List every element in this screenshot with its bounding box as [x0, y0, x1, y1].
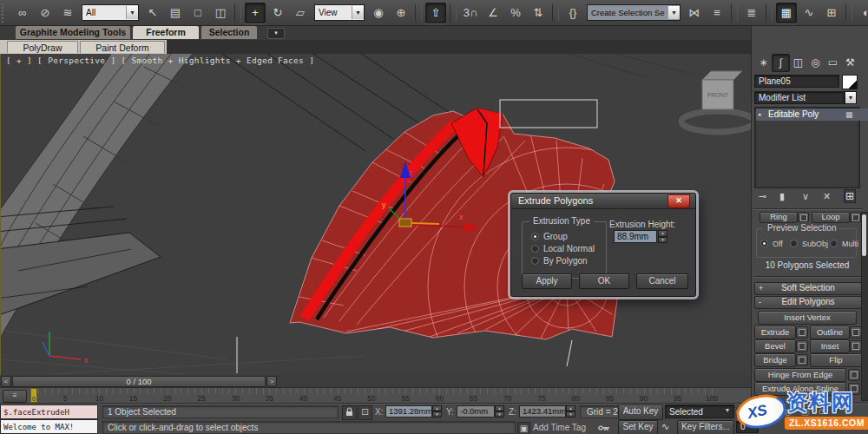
ref-coord-dropdown[interactable]: View▾ — [314, 4, 365, 21]
radio-preview-multi[interactable]: Multi — [830, 240, 858, 248]
track-bar-ruler[interactable]: ≡ 51015202530354045505560657075808590951… — [0, 388, 751, 404]
time-slider-handle[interactable]: 0 / 100 — [12, 376, 266, 387]
spinner-snap-icon[interactable]: ⇅ — [528, 3, 549, 23]
bevel-button[interactable]: Bevel — [754, 339, 796, 353]
configure-modifier-sets-icon[interactable]: ⊞ — [844, 189, 856, 203]
tab-freeform[interactable]: Freeform — [133, 26, 199, 39]
z-spinner[interactable]: ▴▾ — [566, 405, 575, 418]
display-tab-icon[interactable]: ▭ — [824, 54, 842, 72]
maxscript-input-cell[interactable]: Welcome to MAX! — [0, 419, 98, 434]
bulb-icon[interactable]: ● — [758, 108, 761, 121]
modifier-list-arrow-icon[interactable]: ▾ — [845, 91, 857, 104]
prev-frame-button[interactable]: < — [1, 376, 11, 387]
key-filter-curve-icon[interactable]: ∿ — [661, 421, 669, 432]
inset-settings-box[interactable] — [850, 340, 862, 352]
align-icon[interactable]: ≡ — [707, 3, 727, 23]
modify-tab-icon[interactable]: ∫ — [772, 54, 790, 72]
make-unique-icon[interactable]: ∨ — [802, 191, 809, 202]
tab-graphite-modeling-tools[interactable]: Graphite Modeling Tools — [16, 26, 130, 39]
hierarchy-tab-icon[interactable]: ◫ — [789, 54, 807, 72]
extrude-settings-box[interactable] — [796, 326, 808, 339]
snap-toggle-icon[interactable]: 3∩ — [460, 3, 481, 23]
hinge-from-edge-button[interactable]: Hinge From Edge — [754, 368, 846, 382]
loop-spinner-box[interactable] — [850, 212, 861, 222]
graphite-toggle-icon[interactable]: ▦ — [776, 3, 797, 23]
radio-preview-off[interactable]: Off — [760, 240, 783, 248]
outline-settings-box[interactable] — [850, 326, 862, 339]
window-crossing-icon[interactable]: ◫ — [210, 3, 231, 23]
tab-selection[interactable]: Selection — [201, 26, 257, 39]
bind-to-spacewarp-icon[interactable]: ≋ — [57, 3, 78, 23]
auto-key-button[interactable]: Auto Key — [618, 404, 663, 420]
remove-modifier-icon[interactable]: ✕ — [823, 191, 831, 202]
select-by-name-icon[interactable]: ▤ — [165, 3, 186, 23]
ok-button[interactable]: OK — [579, 273, 629, 289]
panel-scrollbar[interactable] — [861, 212, 868, 401]
radio-preview-subobj[interactable]: SubObj — [790, 240, 828, 248]
x-spinner[interactable]: ▴▾ — [432, 405, 442, 418]
toolbar-drag-handle[interactable] — [2, 3, 8, 23]
ribbon-minimize-icon[interactable]: ▾ — [267, 28, 285, 39]
radio-local-normal[interactable]: Local Normal — [531, 244, 595, 253]
rollout-soft-selection[interactable]: +Soft Selection — [754, 282, 862, 295]
panel-polydraw[interactable]: PolyDraw — [7, 41, 78, 53]
layer-manager-icon[interactable]: ≣ — [741, 3, 762, 23]
curve-editor-icon[interactable]: ∿ — [799, 3, 819, 23]
show-end-result-icon[interactable]: ▮ — [779, 191, 785, 202]
bridge-button[interactable]: Bridge — [754, 353, 796, 367]
create-tab-icon[interactable]: ∗ — [754, 54, 773, 72]
unlink-selection-icon[interactable]: ⊘ — [35, 3, 56, 23]
select-move-icon[interactable]: + — [245, 3, 266, 23]
panel-scrollbar-thumb[interactable] — [862, 214, 866, 256]
current-frame-marker[interactable]: 0 — [30, 388, 37, 403]
modifier-stack[interactable]: Editable Poly ● ▦ — [754, 107, 860, 188]
absolute-mode-icon[interactable]: ⊡ — [358, 405, 372, 420]
radio-by-polygon[interactable]: By Polygon — [531, 256, 588, 266]
inset-button[interactable]: Inset — [810, 339, 850, 353]
flip-button[interactable]: Flip — [810, 353, 862, 367]
loop-button[interactable]: Loop — [812, 212, 850, 223]
extrude-button[interactable]: Extrude — [754, 326, 796, 339]
ring-button[interactable]: Ring — [760, 212, 798, 223]
modifier-list-dropdown[interactable]: Modifier List — [754, 91, 845, 104]
close-icon[interactable]: ✕ — [667, 194, 690, 208]
add-time-tag[interactable]: Add Time Tag — [533, 423, 586, 432]
edit-named-sets-icon[interactable]: {} — [562, 3, 583, 23]
selection-set-dropdown[interactable]: Selected — [665, 404, 734, 418]
dropdown-arrow-icon[interactable]: ▾ — [726, 406, 729, 414]
mirror-icon[interactable]: ⋈ — [684, 3, 705, 23]
set-key-button[interactable]: Set Key — [618, 420, 658, 434]
radio-group[interactable]: Group — [531, 232, 568, 241]
panel-paint-deform[interactable]: Paint Deform — [80, 41, 165, 53]
selection-filter-dropdown[interactable]: All▾ — [82, 4, 139, 21]
cancel-button[interactable]: Cancel — [636, 273, 688, 289]
bevel-settings-box[interactable] — [796, 340, 808, 352]
ring-spinner-box[interactable] — [798, 212, 809, 222]
dialog-titlebar[interactable]: Extrude Polygons ✕ — [511, 194, 695, 209]
hinge-settings-box[interactable] — [848, 369, 860, 381]
utilities-tab-icon[interactable]: ⚒ — [841, 54, 859, 72]
insert-vertex-button[interactable]: Insert Vertex — [758, 311, 857, 325]
pin-stack-icon[interactable]: ⊸ — [759, 191, 766, 202]
schematic-view-icon[interactable]: ⊞ — [821, 3, 842, 23]
viewport-label[interactable]: [ + ] [ Perspective ] [ Smooth + Highlig… — [6, 56, 314, 65]
next-frame-button[interactable]: > — [266, 376, 277, 387]
maxscript-output-cell[interactable]: $.faceExtrudeH — [0, 404, 98, 419]
key-filters-button[interactable]: Key Filters... — [677, 420, 734, 434]
object-name-field[interactable]: Plane05 — [754, 75, 839, 88]
angle-snap-icon[interactable]: ∠ — [483, 3, 503, 23]
select-and-link-icon[interactable]: ∞ — [12, 3, 33, 23]
object-color-swatch[interactable] — [842, 75, 858, 89]
mini-curve-editor-icon[interactable]: ≡ — [3, 390, 27, 403]
y-coord-field[interactable]: -0.0mm — [457, 405, 495, 418]
rollout-edit-polygons[interactable]: -Edit Polygons — [754, 296, 862, 309]
select-scale-icon[interactable]: ▱ — [290, 3, 311, 23]
y-spinner[interactable]: ▴▾ — [495, 405, 504, 418]
lock-selection-icon[interactable] — [342, 405, 357, 420]
extrusion-height-field[interactable]: 88.9mm — [614, 230, 657, 243]
outline-button[interactable]: Outline — [810, 326, 850, 339]
rect-selection-region-icon[interactable]: □ — [187, 3, 208, 23]
z-coord-field[interactable]: 1423.41mm — [519, 405, 566, 418]
apply-button[interactable]: Apply — [522, 273, 572, 289]
use-pivot-icon[interactable]: ◉ — [368, 3, 389, 23]
